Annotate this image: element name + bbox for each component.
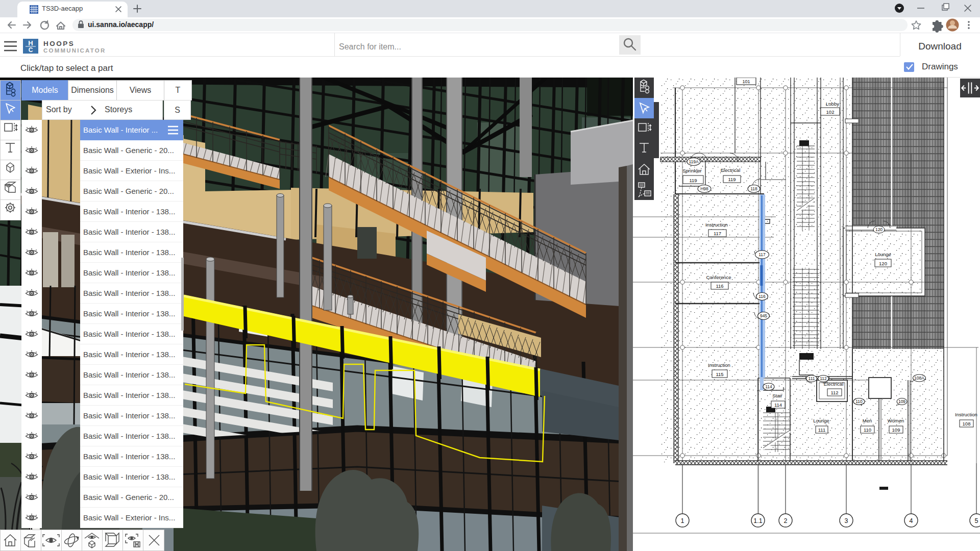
svg-text:1: 1 <box>681 517 684 524</box>
svg-text:112: 112 <box>830 390 838 395</box>
svg-text:110: 110 <box>864 427 871 433</box>
svg-text:115: 115 <box>716 371 723 377</box>
svg-text:3: 3 <box>845 517 848 524</box>
svg-text:120: 120 <box>879 261 887 266</box>
svg-text:117: 117 <box>758 252 766 257</box>
svg-text:102: 102 <box>826 109 835 115</box>
svg-text:116: 116 <box>716 283 723 289</box>
svg-text:117: 117 <box>714 231 721 236</box>
svg-text:120: 120 <box>875 227 883 232</box>
svg-text:Lounge: Lounge <box>813 418 829 423</box>
svg-text:H: H <box>28 39 33 47</box>
svg-text:Instruction: Instruction <box>955 412 977 417</box>
svg-text:Lounge: Lounge <box>875 252 891 257</box>
svg-text:116: 116 <box>758 294 766 299</box>
svg-text:111: 111 <box>818 427 825 433</box>
svg-text:5: 5 <box>975 517 978 524</box>
svg-text:H98: H98 <box>700 186 708 191</box>
svg-text:114: 114 <box>765 384 772 389</box>
svg-text:1.1: 1.1 <box>753 517 762 524</box>
svg-text:C: C <box>29 46 33 54</box>
svg-text:108: 108 <box>963 421 971 427</box>
svg-text:110: 110 <box>855 399 863 404</box>
svg-text:Drawings: Drawings <box>922 62 958 71</box>
svg-text:112: 112 <box>820 376 827 381</box>
svg-text:109: 109 <box>898 399 905 404</box>
svg-text:Stair: Stair <box>772 393 782 398</box>
svg-text:114: 114 <box>774 402 782 408</box>
svg-text:Electrical: Electrical <box>824 381 844 387</box>
svg-text:Electrical: Electrical <box>721 167 741 173</box>
svg-text:Instruction: Instruction <box>708 362 730 368</box>
svg-text:Women: Women <box>888 418 904 423</box>
svg-text:2: 2 <box>784 517 788 524</box>
svg-text:Lobby: Lobby <box>826 101 839 107</box>
svg-text:119A: 119A <box>689 159 699 164</box>
svg-text:Men: Men <box>863 418 872 423</box>
svg-text:Instruction: Instruction <box>705 222 728 228</box>
svg-text:101: 101 <box>742 79 750 84</box>
svg-text:Sprinkler: Sprinkler <box>682 168 702 173</box>
svg-text:HOOPS: HOOPS <box>43 40 75 47</box>
svg-text:109: 109 <box>892 427 900 433</box>
svg-text:119: 119 <box>689 178 697 183</box>
svg-text:108A: 108A <box>914 375 924 381</box>
svg-text:118: 118 <box>750 186 757 191</box>
svg-text:111: 111 <box>808 376 815 381</box>
svg-text:945: 945 <box>760 313 767 318</box>
svg-text:119: 119 <box>728 177 736 182</box>
svg-text:COMMUNICATOR: COMMUNICATOR <box>43 47 106 54</box>
svg-text:Conference: Conference <box>706 274 731 280</box>
svg-text:4: 4 <box>910 517 913 524</box>
